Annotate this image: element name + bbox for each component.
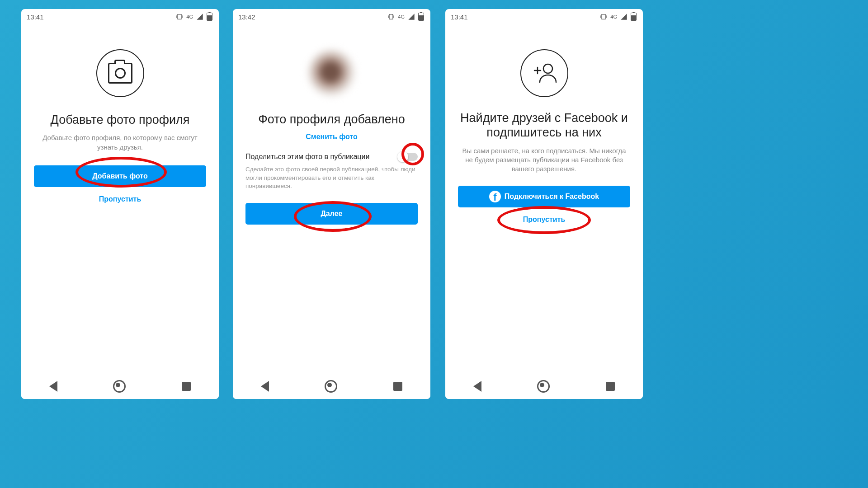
share-toggle-label: Поделиться этим фото в публикации bbox=[245, 153, 369, 161]
android-nav-bar bbox=[233, 374, 430, 399]
screen-title: Фото профиля добавлено bbox=[233, 112, 430, 127]
screen-title: Добавьте фото профиля bbox=[21, 113, 219, 127]
facebook-icon: f bbox=[489, 191, 501, 202]
skip-link[interactable]: Пропустить bbox=[21, 195, 219, 203]
signal-icon bbox=[620, 13, 627, 20]
android-nav-bar bbox=[21, 374, 219, 399]
recents-button[interactable] bbox=[182, 382, 191, 391]
back-button[interactable] bbox=[261, 381, 269, 392]
phone-screen-photo-added: 13:42 4G Фото профиля добавлено Сменить … bbox=[233, 9, 430, 399]
share-hint: Сделайте это фото своей первой публикаци… bbox=[233, 161, 430, 190]
signal-icon bbox=[196, 13, 203, 20]
stage: 13:41 4G Добавьте фото профиля Добавьте … bbox=[0, 0, 868, 488]
next-button[interactable]: Далее bbox=[245, 203, 418, 225]
phone-screen-find-friends: 13:41 4G Найдите друзей с Facebook и под… bbox=[445, 9, 643, 399]
add-user-icon bbox=[531, 62, 558, 84]
screen-title: Найдите друзей с Facebook и подпишитесь … bbox=[445, 111, 643, 140]
screen-subtitle: Добавьте фото профиля, по которому вас с… bbox=[21, 133, 219, 152]
vibrate-icon bbox=[176, 13, 183, 20]
add-user-icon-circle bbox=[520, 49, 568, 97]
home-button[interactable] bbox=[537, 380, 550, 393]
home-button[interactable] bbox=[113, 380, 126, 393]
network-label: 4G bbox=[186, 14, 193, 19]
svg-point-0 bbox=[543, 64, 552, 73]
network-label: 4G bbox=[610, 14, 617, 19]
battery-icon bbox=[207, 13, 212, 21]
phone-screen-add-photo: 13:41 4G Добавьте фото профиля Добавьте … bbox=[21, 9, 219, 399]
signal-icon bbox=[408, 13, 415, 20]
vibrate-icon bbox=[387, 13, 395, 20]
back-button[interactable] bbox=[49, 381, 57, 392]
connect-facebook-button[interactable]: f Подключиться к Facebook bbox=[458, 186, 630, 207]
network-label: 4G bbox=[398, 14, 405, 19]
status-bar: 13:41 4G bbox=[445, 9, 643, 24]
camera-icon-placeholder bbox=[96, 49, 144, 97]
status-time: 13:41 bbox=[27, 13, 44, 21]
recents-button[interactable] bbox=[393, 382, 402, 391]
profile-avatar bbox=[308, 49, 355, 97]
back-button[interactable] bbox=[473, 381, 481, 392]
add-photo-button[interactable]: Добавить фото bbox=[34, 165, 206, 187]
status-bar: 13:42 4G bbox=[233, 9, 430, 24]
status-time: 13:41 bbox=[451, 13, 468, 21]
home-button[interactable] bbox=[325, 380, 337, 393]
screen-subtitle: Вы сами решаете, на кого подписаться. Мы… bbox=[445, 146, 643, 174]
change-photo-link[interactable]: Сменить фото bbox=[233, 133, 430, 141]
recents-button[interactable] bbox=[606, 382, 615, 391]
status-time: 13:42 bbox=[238, 13, 255, 21]
share-toggle[interactable] bbox=[398, 153, 418, 161]
skip-link[interactable]: Пропустить bbox=[445, 216, 643, 224]
battery-icon bbox=[418, 13, 424, 21]
android-nav-bar bbox=[445, 374, 643, 399]
status-bar: 13:41 4G bbox=[21, 9, 219, 24]
vibrate-icon bbox=[600, 13, 607, 20]
battery-icon bbox=[631, 13, 637, 21]
